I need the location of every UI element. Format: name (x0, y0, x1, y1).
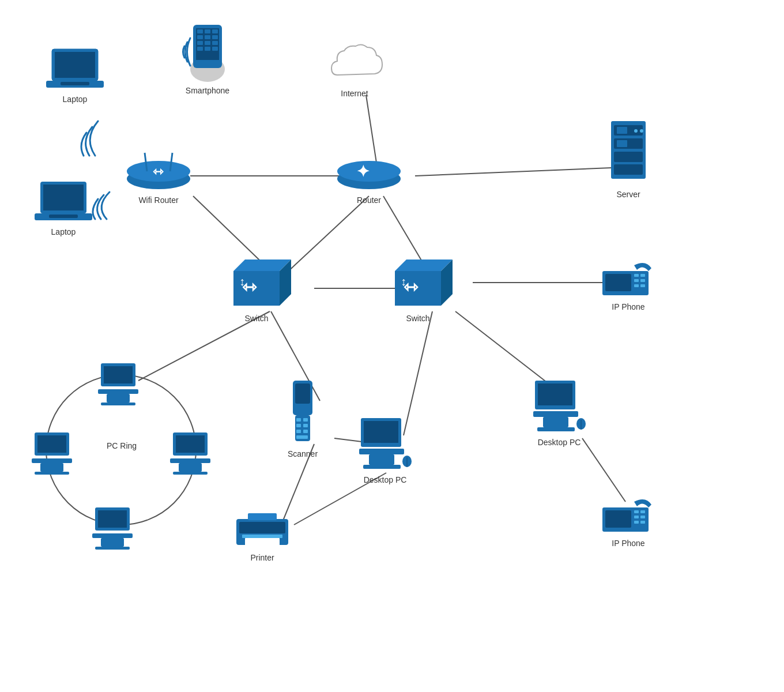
svg-rect-126 (634, 510, 639, 513)
svg-rect-83 (40, 463, 63, 472)
svg-rect-87 (170, 458, 210, 463)
svg-rect-78 (107, 394, 130, 403)
svg-point-55 (634, 129, 638, 133)
laptop2-label: Laptop (51, 227, 76, 236)
ip-phone2-label: IP Phone (612, 539, 644, 548)
svg-rect-38 (205, 47, 210, 51)
svg-rect-131 (640, 521, 645, 524)
svg-rect-96 (295, 383, 310, 404)
svg-line-2 (415, 167, 625, 176)
pc-ring-bottom-node[interactable] (89, 505, 141, 551)
ip-phone2-node[interactable]: IP Phone (600, 490, 657, 548)
svg-rect-20 (61, 82, 89, 85)
laptop2-node[interactable]: Laptop (32, 179, 95, 236)
svg-rect-30 (212, 29, 218, 33)
svg-rect-99 (303, 418, 308, 422)
svg-rect-77 (98, 389, 138, 394)
desktop-pc1-node[interactable]: Desktop PC (356, 415, 414, 484)
svg-rect-114 (242, 535, 282, 538)
svg-rect-53 (617, 127, 627, 134)
svg-rect-82 (32, 458, 72, 463)
router-node[interactable]: ✦ Router (334, 147, 404, 205)
switch1-node[interactable]: ⇿ ↕ Switch (222, 254, 291, 323)
switch2-label: Switch (406, 314, 429, 323)
svg-rect-86 (176, 435, 205, 453)
svg-rect-36 (212, 41, 218, 45)
svg-rect-107 (359, 449, 404, 454)
svg-rect-118 (538, 383, 572, 405)
network-diagram: Internet Laptop Laptop (0, 0, 784, 692)
svg-line-4 (285, 196, 369, 274)
svg-rect-69 (634, 274, 639, 277)
svg-rect-54 (617, 140, 627, 147)
svg-rect-81 (37, 435, 66, 453)
svg-text:↕: ↕ (401, 275, 406, 288)
svg-rect-72 (640, 279, 645, 282)
smartphone-node[interactable]: Smartphone (182, 20, 233, 95)
smartphone-label: Smartphone (186, 86, 229, 95)
svg-rect-130 (634, 521, 639, 524)
internet-label: Internet (341, 89, 368, 98)
svg-rect-22 (43, 185, 84, 210)
svg-rect-37 (197, 47, 203, 51)
ip-phone1-label: IP Phone (612, 302, 644, 311)
scanner-node[interactable]: Scanner (277, 378, 329, 458)
server-label: Server (616, 190, 640, 199)
laptop1-label: Laptop (63, 95, 88, 104)
svg-rect-18 (55, 52, 95, 78)
desktop-pc1-label: Desktop PC (364, 475, 407, 484)
svg-rect-34 (197, 41, 203, 45)
svg-rect-113 (239, 522, 285, 533)
switch2-node[interactable]: ⇿ ↕ Switch (383, 254, 453, 323)
svg-rect-31 (197, 35, 203, 39)
svg-rect-32 (205, 35, 210, 39)
pc-ring-label: PC Ring (107, 441, 137, 450)
svg-rect-70 (640, 274, 645, 277)
svg-rect-120 (543, 417, 568, 427)
svg-rect-84 (35, 472, 69, 475)
svg-rect-74 (640, 284, 645, 287)
svg-rect-68 (605, 274, 631, 291)
svg-rect-94 (95, 547, 130, 550)
svg-rect-35 (205, 41, 210, 45)
svg-rect-92 (92, 533, 133, 538)
svg-rect-103 (303, 430, 308, 433)
svg-text:✦: ✦ (356, 163, 370, 180)
svg-rect-116 (248, 513, 277, 520)
svg-rect-33 (212, 35, 218, 39)
svg-rect-101 (303, 424, 308, 427)
svg-rect-109 (363, 465, 401, 469)
laptop1-node[interactable]: Laptop (43, 46, 107, 104)
svg-point-56 (640, 129, 643, 133)
svg-rect-128 (634, 516, 639, 518)
svg-rect-125 (605, 510, 631, 528)
router-label: Router (357, 195, 381, 205)
scanner-label: Scanner (288, 449, 318, 458)
wifi-router-node[interactable]: ⇿ Wifi Router (124, 147, 193, 205)
svg-rect-79 (101, 403, 135, 405)
svg-rect-89 (173, 472, 208, 475)
ip-phone1-node[interactable]: IP Phone (600, 254, 657, 311)
svg-rect-29 (205, 29, 210, 33)
pc-ring-left-node[interactable] (29, 430, 81, 476)
svg-rect-98 (296, 418, 301, 422)
svg-rect-115 (245, 538, 280, 547)
desktop-pc2-node[interactable]: Desktop PC (530, 378, 588, 447)
desktop-pc2-label: Desktop PC (538, 438, 581, 447)
svg-rect-73 (634, 284, 639, 287)
svg-rect-108 (369, 454, 394, 465)
svg-rect-52 (614, 164, 643, 175)
svg-rect-121 (537, 427, 575, 431)
svg-rect-119 (533, 411, 578, 417)
svg-text:⇿: ⇿ (153, 164, 164, 179)
wifi-router-label: Wifi Router (138, 195, 178, 205)
internet-node[interactable]: Internet (326, 40, 383, 98)
svg-rect-71 (634, 279, 639, 282)
switch1-label: Switch (244, 314, 268, 323)
svg-rect-91 (98, 510, 127, 528)
pc-ring-right-node[interactable] (167, 430, 219, 476)
pc-ring-top-node[interactable] (95, 360, 147, 407)
svg-rect-39 (212, 47, 218, 51)
printer-node[interactable]: Printer (231, 510, 294, 562)
server-node[interactable]: Server (602, 118, 654, 199)
